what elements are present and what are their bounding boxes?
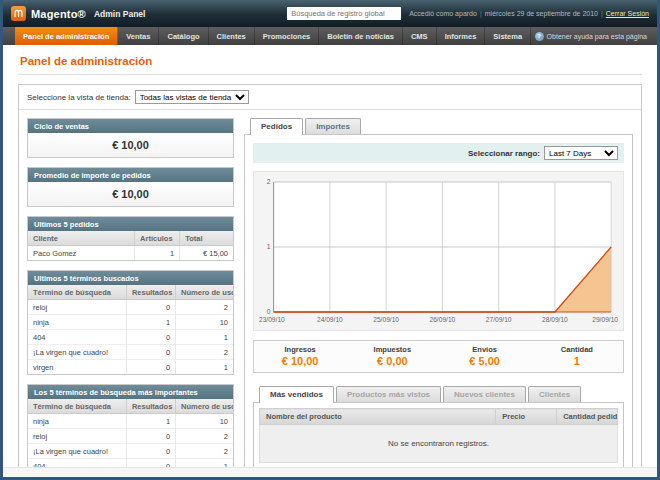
column-header-resultados: Resultados xyxy=(126,285,175,300)
table-row: virgen01 xyxy=(28,360,233,375)
average-orders-panel: Promedio de importe de pedidos € 10,00 xyxy=(27,167,234,207)
nav-item-panel-de-administracion[interactable]: Panel de administración xyxy=(15,27,118,45)
column-header-total: Total xyxy=(180,231,233,246)
logo-subtitle: Admin Panel xyxy=(94,9,145,19)
stat-ingresos: Ingresos€ 10,00 xyxy=(254,345,346,367)
nav-item-boletin-de-noticias[interactable]: Boletín de noticias xyxy=(319,27,403,45)
lifetime-sales-value: € 10,00 xyxy=(28,133,233,157)
diagram-tabs: PedidosImportes xyxy=(244,118,633,134)
range-select[interactable]: Last 7 Days xyxy=(544,146,618,160)
table-cell: 404 xyxy=(28,330,126,345)
lifetime-sales-title: Ciclo de ventas xyxy=(28,119,233,133)
table-cell: ninja xyxy=(28,414,126,429)
tab-productos-mas-vistos[interactable]: Productos más vistos xyxy=(336,386,441,402)
tab-importes[interactable]: Importes xyxy=(305,118,361,134)
table-cell: 2 xyxy=(176,444,233,459)
magento-logo-icon xyxy=(11,6,26,21)
dashboard-container: Seleccione la vista de tienda: Todas las… xyxy=(18,84,642,467)
nav-item-ventas[interactable]: Ventas xyxy=(118,27,159,45)
nav-item-cms[interactable]: CMS xyxy=(403,27,437,45)
grid-header-row: Nombre del productoPrecioCantidad pedida xyxy=(260,409,618,425)
grid-column-nombre-del-producto: Nombre del producto xyxy=(260,409,496,425)
stat-value: € 10,00 xyxy=(254,355,346,367)
svg-text:23/09/10: 23/09/10 xyxy=(259,316,285,323)
table-cell: 2 xyxy=(176,300,233,315)
nav-item-informes[interactable]: Informes xyxy=(437,27,486,45)
tab-nuevos-clientes[interactable]: Nuevos clientes xyxy=(443,386,526,402)
magento-admin-window: Magento® Admin Panel Accedió como apardo… xyxy=(0,0,660,480)
last-search-table: Término de búsquedaResultadosNúmero de u… xyxy=(28,285,233,374)
table-cell: 2 xyxy=(176,345,233,360)
last-search-title: Ultimos 5 términos buscados xyxy=(28,271,233,285)
table-row: Paco Gomez1€ 15,00 xyxy=(28,246,233,261)
main-nav: Panel de administraciónVentasCatálogoCli… xyxy=(3,27,657,45)
svg-text:28/09/10: 28/09/10 xyxy=(542,316,568,323)
tab-mas-vendidos[interactable]: Más vendidos xyxy=(259,386,334,403)
table-cell: Paco Gomez xyxy=(28,246,135,261)
table-cell: 2 xyxy=(176,429,233,444)
svg-text:25/09/10: 25/09/10 xyxy=(373,316,399,323)
table-cell: ¡La virgen que cuadro! xyxy=(28,444,126,459)
help-link[interactable]: ? Obtener ayuda para esta página xyxy=(535,27,657,45)
grid-empty-message: No se encontraron registros. xyxy=(260,425,618,463)
bestsellers-table: Nombre del productoPrecioCantidad pedida… xyxy=(259,408,618,463)
range-bar: Seleccionar rango: Last 7 Days xyxy=(253,143,624,163)
column-header-numero-de-usos: Número de usos xyxy=(176,285,233,300)
table-cell: 1 xyxy=(126,315,175,330)
average-orders-value: € 10,00 xyxy=(28,182,233,206)
store-view-select[interactable]: Todas las vistas de tienda xyxy=(135,90,249,104)
table-row: reloj02 xyxy=(28,300,233,315)
nav-item-catalogo[interactable]: Catálogo xyxy=(159,27,208,45)
table-cell: ¡La virgen que cuadro! xyxy=(28,345,126,360)
nav-item-sistema[interactable]: Sistema xyxy=(485,27,531,45)
last-orders-table: ClienteArtículosTotalPaco Gomez1€ 15,00 xyxy=(28,231,233,260)
bestsellers-grid-box: Nombre del productoPrecioCantidad pedida… xyxy=(253,402,624,467)
last-orders-panel: Ultimos 5 pedidos ClienteArtículosTotalP… xyxy=(27,216,234,261)
stats-row: Ingresos€ 10,00Impuestos€ 0,00Envíos€ 5,… xyxy=(253,340,624,373)
table-cell: 0 xyxy=(126,300,175,315)
tab-pedidos[interactable]: Pedidos xyxy=(250,118,303,135)
table-row: ¡La virgen que cuadro!02 xyxy=(28,345,233,360)
stat-value: 1 xyxy=(531,355,623,367)
table-row: 40401 xyxy=(28,459,233,468)
svg-text:26/09/10: 26/09/10 xyxy=(430,316,456,323)
stat-impuestos: Impuestos€ 0,00 xyxy=(346,345,438,367)
sidebar: Ciclo de ventas € 10,00 Promedio de impo… xyxy=(27,118,234,467)
nav-item-clientes[interactable]: Clientes xyxy=(209,27,255,45)
table-cell: 1 xyxy=(176,459,233,468)
orders-chart: 01223/09/1024/09/1025/09/1026/09/1027/09… xyxy=(258,176,619,326)
stat-label: Cantidad xyxy=(531,345,623,354)
column-header-termino-de-busqueda: Término de búsqueda xyxy=(28,399,126,414)
last-orders-title: Ultimos 5 pedidos xyxy=(28,217,233,231)
store-view-row: Seleccione la vista de tienda: Todas las… xyxy=(19,85,641,110)
top-search-title: Los 5 términos de búsqueda más important… xyxy=(28,385,233,399)
dashboard-diagrams: PedidosImportes Seleccionar rango: Last … xyxy=(244,118,633,467)
table-cell: 0 xyxy=(126,459,175,468)
range-label: Seleccionar rango: xyxy=(468,149,540,158)
footer-strip xyxy=(3,467,657,477)
top-header: Magento® Admin Panel Accedió como apardo… xyxy=(3,0,657,27)
stat-value: € 5,00 xyxy=(439,355,531,367)
table-cell: € 15,00 xyxy=(180,246,233,261)
table-cell: 1 xyxy=(126,414,175,429)
global-search-input[interactable] xyxy=(287,7,401,20)
table-cell: 10 xyxy=(176,315,233,330)
table-cell: virgen xyxy=(28,360,126,375)
tab-clientes[interactable]: Clientes xyxy=(528,386,581,402)
table-row: 40401 xyxy=(28,330,233,345)
nav-item-promociones[interactable]: Promociones xyxy=(255,27,320,45)
average-orders-title: Promedio de importe de pedidos xyxy=(28,168,233,182)
stat-cantidad: Cantidad1 xyxy=(531,345,623,367)
table-cell: 0 xyxy=(126,360,175,375)
logged-in-as: Accedió como apardo xyxy=(409,10,477,17)
dashboard-main: Ciclo de ventas € 10,00 Promedio de impo… xyxy=(19,110,641,467)
last-search-panel: Ultimos 5 términos buscados Término de b… xyxy=(27,270,234,375)
table-cell: reloj xyxy=(28,300,126,315)
diagram-body: Seleccionar rango: Last 7 Days 01223/09/… xyxy=(244,134,633,467)
logout-link[interactable]: Cerrar Sesión xyxy=(606,10,649,17)
help-label: Obtener ayuda para esta página xyxy=(547,33,647,40)
table-cell: 0 xyxy=(126,345,175,360)
column-header-cliente: Cliente xyxy=(28,231,135,246)
column-header-articulos: Artículos xyxy=(135,231,180,246)
table-cell: 10 xyxy=(176,414,233,429)
